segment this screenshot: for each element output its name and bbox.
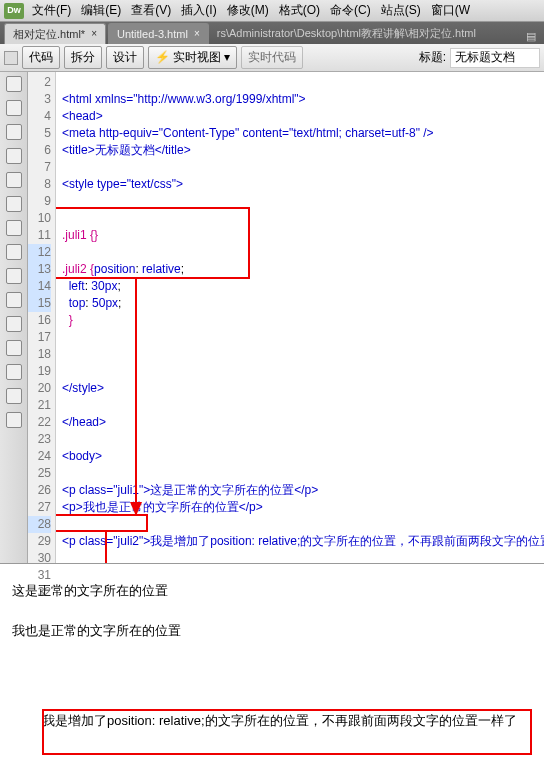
menu-file[interactable]: 文件(F) [32,2,71,19]
design-view-button[interactable]: 设计 [106,46,144,69]
title-input[interactable] [450,48,540,68]
annotation-box [56,514,148,532]
tab-label: 相对定位.html* [13,27,85,42]
close-icon[interactable]: × [91,27,97,41]
close-icon[interactable]: × [194,27,200,41]
tool-icon[interactable] [6,244,22,260]
preview-paragraph: 这是正常的文字所在的位置 [12,582,532,600]
editor-area: 2345678910111213141516171819202122232425… [0,72,544,564]
title-label: 标题: [419,49,446,66]
code-view-button[interactable]: 代码 [22,46,60,69]
chevron-down-icon: ▾ [224,49,230,66]
tool-icon[interactable] [6,364,22,380]
menu-site[interactable]: 站点(S) [381,2,421,19]
tool-icon[interactable] [6,316,22,332]
tool-icon[interactable] [6,340,22,356]
tool-icon[interactable] [6,268,22,284]
tool-icon[interactable] [6,148,22,164]
document-tabs: 相对定位.html*× Untitled-3.html× rs\Administ… [0,22,544,44]
btn-label: 拆分 [71,49,95,66]
view-toolbar: 代码 拆分 设计 ⚡实时视图▾ 实时代码 标题: [0,44,544,72]
menu-bar: Dw 文件(F) 编辑(E) 查看(V) 插入(I) 修改(M) 格式(O) 命… [0,0,544,22]
menu-modify[interactable]: 修改(M) [227,2,269,19]
menu-edit[interactable]: 编辑(E) [81,2,121,19]
preview-paragraph: 我也是正常的文字所在的位置 [12,622,532,640]
doc-menu-icon[interactable]: ▤ [522,29,540,44]
menu-view[interactable]: 查看(V) [131,2,171,19]
app-logo: Dw [4,3,24,19]
left-toolbar [0,72,28,563]
tool-icon[interactable] [6,196,22,212]
tab-active[interactable]: 相对定位.html*× [4,23,106,44]
split-view-button[interactable]: 拆分 [64,46,102,69]
menu-window[interactable]: 窗口(W [431,2,470,19]
btn-label: 代码 [29,49,53,66]
tool-icon[interactable] [6,76,22,92]
menu-format[interactable]: 格式(O) [279,2,320,19]
tool-icon[interactable] [6,220,22,236]
breadcrumb: rs\Administrator\Desktop\html教程讲解\相对定位.h… [211,23,522,44]
tool-icon[interactable] [6,292,22,308]
tool-icon[interactable] [6,388,22,404]
bolt-icon: ⚡ [155,49,170,66]
design-preview[interactable]: 这是正常的文字所在的位置 我也是正常的文字所在的位置 我是增加了position… [0,564,544,781]
live-code-button: 实时代码 [241,46,303,69]
code-editor[interactable]: <html xmlns="http://www.w3.org/1999/xhtm… [56,72,544,563]
menu-insert[interactable]: 插入(I) [181,2,216,19]
menu-command[interactable]: 命令(C) [330,2,371,19]
tool-icon[interactable] [4,51,18,65]
tab-inactive[interactable]: Untitled-3.html× [108,23,209,44]
annotation-box [42,709,532,755]
tool-icon[interactable] [6,124,22,140]
line-numbers: 2345678910111213141516171819202122232425… [28,72,56,563]
tool-icon[interactable] [6,172,22,188]
live-view-button[interactable]: ⚡实时视图▾ [148,46,237,69]
tab-label: Untitled-3.html [117,27,188,42]
btn-label: 实时代码 [248,49,296,66]
tool-icon[interactable] [6,100,22,116]
tool-icon[interactable] [6,412,22,428]
btn-label: 设计 [113,49,137,66]
btn-label: 实时视图 [173,49,221,66]
